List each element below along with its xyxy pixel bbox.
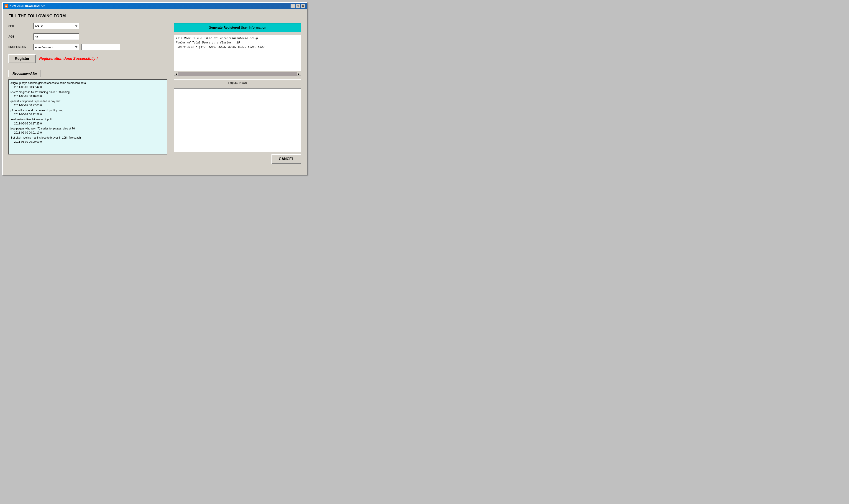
scroll-left-arrow[interactable]: ◀: [174, 72, 178, 76]
scroll-track[interactable]: [178, 72, 297, 76]
main-window: ☕ NEW USER REGISTRATION — □ ✕ FILL THE F…: [2, 2, 308, 175]
news-item-6: jose pagan, who won '71 series for pirat…: [11, 127, 165, 135]
horizontal-scrollbar[interactable]: ◀ ▶: [174, 72, 301, 76]
app-icon: ☕: [4, 4, 8, 8]
register-button[interactable]: Register: [8, 54, 36, 63]
title-bar: ☕ NEW USER REGISTRATION — □ ✕: [3, 3, 307, 9]
maximize-button[interactable]: □: [296, 4, 300, 8]
title-bar-controls: — □ ✕: [291, 4, 305, 8]
minimize-button[interactable]: —: [291, 4, 295, 8]
recommend-me-button[interactable]: Recommend Me: [8, 70, 41, 77]
info-textarea[interactable]: This User is a Cluster of: entertainment…: [174, 35, 301, 71]
sex-row: SEX MALE FEMALE: [8, 23, 167, 29]
profession-extra-input[interactable]: [81, 44, 120, 50]
news-item-7: first pitch: reeling marlins lose to bra…: [11, 136, 165, 144]
age-row: AGE: [8, 33, 167, 40]
profession-label: PROFESSION: [8, 46, 31, 49]
close-button[interactable]: ✕: [300, 4, 305, 8]
news-item-1: citigroup says hackers gained access to …: [11, 81, 165, 89]
success-message: Registeration done Successfully !: [39, 57, 98, 61]
form-title: FILL THE FOLLOWING FORM: [8, 14, 301, 18]
age-input[interactable]: [33, 33, 79, 40]
sex-label: SEX: [8, 24, 31, 28]
news-item-5: fresh nato strikes hit around tripoli: 2…: [11, 118, 165, 126]
right-panel: Generate Registered User Information Thi…: [174, 23, 301, 164]
profession-row: PROFESSION entertainment business techno…: [8, 44, 167, 50]
generate-button[interactable]: Generate Registered User Information: [174, 23, 301, 32]
scroll-right-arrow[interactable]: ▶: [297, 72, 301, 76]
sex-select[interactable]: MALE FEMALE: [33, 23, 79, 29]
title-bar-left: ☕ NEW USER REGISTRATION: [4, 4, 46, 8]
news-item-4: pfizer will suspend u.s. sales of poultr…: [11, 108, 165, 116]
main-layout: SEX MALE FEMALE AGE PROFESSION entertain…: [8, 23, 301, 164]
window-content: FILL THE FOLLOWING FORM SEX MALE FEMALE …: [3, 9, 307, 168]
news-item-2: revere singles in twins' winning run in …: [11, 90, 165, 98]
news-list-box[interactable]: citigroup says hackers gained access to …: [8, 79, 167, 155]
cancel-area: CANCEL: [174, 152, 301, 164]
bottom-left: Recommend Me citigroup says hackers gain…: [8, 68, 167, 155]
popular-news-box: [174, 88, 301, 152]
register-row: Register Registeration done Successfully…: [8, 54, 167, 63]
news-item-3: qaddafi compound is pounded in day raid:…: [11, 99, 165, 107]
window-title: NEW USER REGISTRATION: [10, 4, 46, 7]
age-label: AGE: [8, 35, 31, 38]
popular-news-button[interactable]: Popular News: [174, 79, 301, 86]
profession-select[interactable]: entertainment business technology sports…: [33, 44, 79, 50]
left-panel: SEX MALE FEMALE AGE PROFESSION entertain…: [8, 23, 167, 164]
cancel-button[interactable]: CANCEL: [272, 154, 301, 164]
